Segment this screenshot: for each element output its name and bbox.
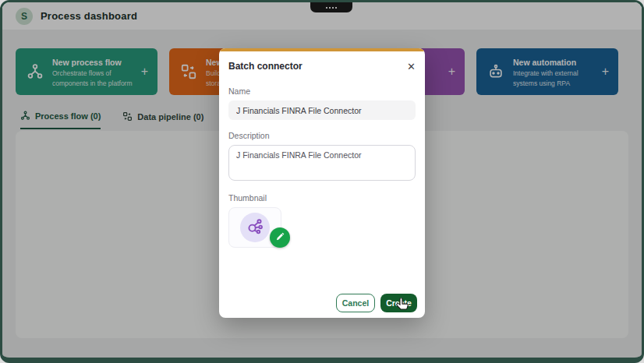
dialog-title: Batch connector: [228, 61, 303, 72]
close-icon[interactable]: ✕: [407, 62, 416, 72]
name-label: Name: [228, 86, 416, 96]
create-button[interactable]: Create: [380, 294, 417, 312]
app-window: S Process dashboard New process flow Orc…: [0, 0, 644, 363]
batch-connector-dialog: Batch connector ✕ Name Description J Fin…: [219, 48, 425, 318]
edit-thumbnail-button[interactable]: [270, 227, 290, 248]
thumbnail-label: Thumbnail: [228, 193, 416, 203]
pencil-icon: [275, 232, 285, 244]
cancel-button[interactable]: Cancel: [336, 294, 375, 312]
connector-hub-icon: [246, 217, 264, 238]
description-label: Description: [228, 131, 416, 140]
screen-notch: [310, 2, 352, 12]
name-input[interactable]: [228, 100, 416, 120]
description-input[interactable]: J Financials FINRA File Connector: [228, 145, 416, 181]
